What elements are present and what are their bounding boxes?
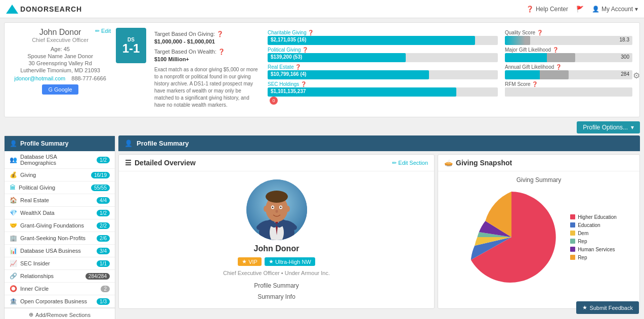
edit-section-button[interactable]: ✏ Edit Section xyxy=(392,160,428,166)
sec-holdings-bar: $1,101,135,237 xyxy=(268,87,498,97)
sidebar-item-open-corporates[interactable]: 🏦 Open Corporates Business 1/3 xyxy=(5,295,115,308)
sidebar-profile-icon: 👤 xyxy=(10,140,17,147)
pie-chart-container: Higher Education Education Dem xyxy=(461,187,617,288)
giving-snapshot-panel: 🥧 Giving Snapshot Giving Summary xyxy=(438,154,640,309)
profile-options-bar: Profile Options... ▾ xyxy=(4,121,640,133)
detailed-overview-body: John Donor ★ VIP ★ Ultra-High NW Chief E… xyxy=(119,171,434,308)
svg-point-7 xyxy=(266,191,288,203)
list-icon: ☰ xyxy=(125,159,132,167)
flag-icon[interactable]: 🚩 xyxy=(576,6,584,13)
sidebar: 👤 Profile Summary 👥 Database USA Demogra… xyxy=(4,135,115,319)
annual-gift-bar: 284 xyxy=(505,70,632,79)
sidebar-item-political-giving[interactable]: 🏛 Political Giving 55/55 xyxy=(5,181,115,194)
sidebar-item-real-estate[interactable]: 🏠 Real Estate 4/4 xyxy=(5,194,115,207)
settings-gear-icon[interactable]: ⚙ xyxy=(633,71,640,80)
google-button[interactable]: G Google xyxy=(42,84,78,95)
real-estate-icon: 🏠 xyxy=(10,197,17,204)
legend-color xyxy=(570,255,575,260)
profile-email[interactable]: jdonor@hotmail.com xyxy=(14,75,65,81)
giving-icon: 💰 xyxy=(10,171,17,178)
logo-text: DONORSEARCH xyxy=(20,5,82,13)
sidebar-item-sec-insider[interactable]: 📈 SEC Insider 1/1 xyxy=(5,257,115,270)
rfm-score-bar xyxy=(505,87,632,97)
help-center-button[interactable]: ❓ Help Center xyxy=(526,6,568,13)
legend-item-dem: Dem xyxy=(570,231,617,236)
detailed-overview-title: ☰ Detailed Overview xyxy=(125,159,196,167)
star-icon: ★ xyxy=(582,304,587,311)
target-description: Exact match as a donor giving $5,000 or … xyxy=(154,66,260,109)
major-likelihood-item: Major Gift Likelihood ❓ 300 xyxy=(505,47,632,62)
sidebar-item-db-usa-business[interactable]: 📊 Database USA Business 3/4 xyxy=(5,245,115,257)
metrics-section: Charitable Giving ❓ $2,171,035 (16) Poli… xyxy=(268,28,498,112)
edit-button[interactable]: ✏ Edit xyxy=(95,28,111,34)
legend-color xyxy=(570,247,575,252)
detailed-overview-panel: ☰ Detailed Overview ✏ Edit Section xyxy=(118,154,435,309)
sec-icon: 📈 xyxy=(10,260,17,267)
profile-phone: 888-777-6666 xyxy=(71,75,106,81)
target-giving-label: Target Based On Giving: ❓ xyxy=(154,31,260,37)
submit-feedback-button[interactable]: ★ Submit Feedback xyxy=(576,301,639,314)
profile-summary-icon: 👤 xyxy=(124,140,133,147)
help-icon: ❓ xyxy=(526,6,534,13)
profile-spouse: Spouse Name Jane Donor xyxy=(10,53,111,59)
sidebar-item-db-usa-demographics[interactable]: 👥 Database USA Demographics 1/2 xyxy=(5,151,115,169)
user-icon: 👤 xyxy=(592,6,599,13)
plus-icon: ⊕ xyxy=(29,311,33,318)
svg-point-12 xyxy=(275,210,278,213)
my-account-button[interactable]: 👤 My Account ▾ xyxy=(592,6,638,13)
pie-chart xyxy=(461,187,562,288)
profile-header: ✏ Edit John Donor Chief Executive Office… xyxy=(4,22,640,117)
profile-info: ✏ Edit John Donor Chief Executive Office… xyxy=(10,28,111,112)
db-icon: 👥 xyxy=(10,156,17,163)
profile-options-button[interactable]: Profile Options... ▾ xyxy=(577,121,640,133)
sidebar-item-grant-giving[interactable]: 🤝 Grant-Giving Foundations 2/2 xyxy=(5,219,115,232)
profile-summary-link[interactable]: Profile Summary xyxy=(254,282,299,289)
legend-item-human-services: Human Services xyxy=(570,247,617,252)
sidebar-item-grant-seeking[interactable]: 🏢 Grant-Seeking Non-Profits 2/6 xyxy=(5,232,115,245)
sidebar-header: 👤 Profile Summary xyxy=(5,136,115,151)
svg-point-14 xyxy=(286,206,290,212)
sidebar-item-relationships[interactable]: 🔗 Relationships 284/284 xyxy=(5,270,115,283)
donor-name: John Donor xyxy=(254,244,299,253)
sidebar-item-inner-circle[interactable]: ⭕ Inner Circle 2 xyxy=(5,283,115,295)
dropdown-arrow-icon: ▾ xyxy=(631,124,634,131)
target-wealth-label: Target Based On Wealth: ❓ xyxy=(154,49,260,55)
legend-item-education: Education xyxy=(570,222,617,228)
summary-info-link[interactable]: Summary Info xyxy=(257,293,295,300)
avatar xyxy=(246,179,307,240)
political-icon: 🏛 xyxy=(10,184,16,191)
political-giving-bar: $139,200 (53) xyxy=(268,53,498,62)
political-giving-metric: Political Giving ❓ $139,200 (53) xyxy=(268,47,498,62)
target-giving-value: $1,000,000 - $1,000,001 xyxy=(154,38,260,44)
avatar-svg xyxy=(246,179,307,240)
sidebar-item-giving[interactable]: 💰 Giving 16/19 xyxy=(5,169,115,181)
profile-address: 30 Greenspring Valley Rd xyxy=(10,60,111,66)
contact-row: jdonor@hotmail.com 888-777-6666 xyxy=(10,75,111,81)
content-area: 👤 Profile Summary ☰ Detailed Overview ✏ … xyxy=(118,135,640,319)
sidebar-item-wealthx[interactable]: 💎 WealthX Data 1/2 xyxy=(5,207,115,219)
top-nav-right: ❓ Help Center 🚩 👤 My Account ▾ xyxy=(526,6,638,13)
chevron-down-icon: ▾ xyxy=(635,6,638,13)
logo: DONORSEARCH xyxy=(6,5,82,14)
badges-row: ★ VIP ★ Ultra-High NW xyxy=(238,257,315,266)
detailed-overview-header: ☰ Detailed Overview ✏ Edit Section xyxy=(119,155,434,171)
add-remove-sections-button[interactable]: ⊕ Add/Remove Sections xyxy=(5,308,115,319)
legend-item-higher-education: Higher Education xyxy=(570,214,617,220)
rfm-score-item: RFM Score ❓ xyxy=(505,81,632,97)
grant-icon: 🤝 xyxy=(10,222,17,229)
profile-age: Age: 45 xyxy=(10,46,111,52)
legend-color xyxy=(570,214,575,219)
legend-item-rep-1: Rep xyxy=(570,239,617,244)
quality-score-item: Quality Score ❓ 18.3 xyxy=(505,30,632,45)
legend-color xyxy=(570,231,575,236)
ultra-badge: ★ Ultra-High NW xyxy=(265,257,315,266)
target-wealth-value: $100 Million+ xyxy=(154,56,260,62)
profile-city: Lutherville Timonium, MD 21093 xyxy=(10,67,111,73)
real-estate-metric: Real Estate ❓ $10,799,166 (4) xyxy=(268,64,498,79)
major-likelihood-bar: 300 xyxy=(505,53,632,62)
svg-point-10 xyxy=(272,207,273,208)
grant-seeking-icon: 🏢 xyxy=(10,235,17,242)
target-section: Target Based On Giving: ❓ $1,000,000 - $… xyxy=(151,28,263,112)
quality-score-bar: 18.3 xyxy=(505,36,632,45)
google-icon: G xyxy=(48,86,53,93)
